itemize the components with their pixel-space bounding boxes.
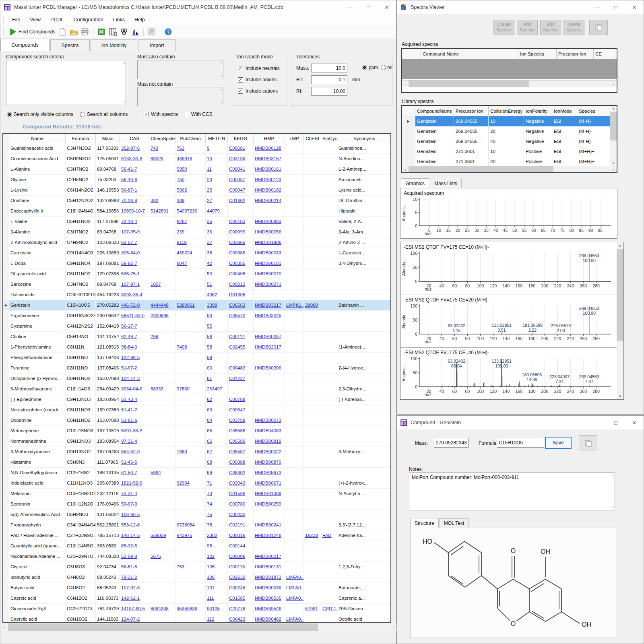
cell-link[interactable]: 6738084 (177, 522, 195, 527)
table-row[interactable]: HalcinonideC24H32ClFO5454.192233093-35-4… (3, 290, 390, 300)
cell-link[interactable]: 535-75-1 (121, 271, 140, 276)
table-row[interactable]: CarnosineC9H14N4O3226.10659305-84-043922… (3, 248, 390, 258)
cell-link[interactable]: C05570 (229, 313, 245, 318)
library-hscrollbar[interactable]: ‹ › (402, 166, 617, 173)
cell-link[interactable]: HMDB00217 (255, 554, 281, 559)
cell-link[interactable]: C05587 (229, 449, 245, 454)
cell-link[interactable]: 42 (207, 261, 212, 266)
cell-link[interactable]: HMDB01873 (255, 575, 281, 580)
hscroll-thumb[interactable] (8, 623, 318, 631)
table-row[interactable]: GlycineC2H5NO275.0320356-40-675020C00037… (3, 175, 390, 185)
cell-link[interactable]: C00246 (229, 585, 245, 590)
search-visible-columns-radio[interactable] (7, 112, 12, 117)
cell-link[interactable]: C20778 (229, 606, 245, 611)
cell-link[interactable]: 53 (207, 313, 212, 318)
add-spectra-button[interactable]: Add Spectra (517, 20, 538, 35)
mass-field[interactable] (434, 438, 469, 448)
cell-link[interactable]: 56-40-6 (121, 177, 137, 182)
cell-link[interactable]: HMDB01906 (255, 240, 281, 245)
cell-link[interactable]: 559059 (151, 533, 166, 538)
notes-input[interactable]: MolPort Compound number: MolPort-000-003… (409, 473, 615, 510)
cell-link[interactable]: 2302 (207, 533, 217, 538)
close-icon[interactable]: ✕ (378, 1, 396, 14)
delete-spectra-button[interactable]: Delete Spectra (564, 20, 584, 35)
cell-link[interactable]: 85-32-5 (121, 543, 137, 548)
cell-link[interactable]: HMDB03157 (255, 156, 281, 161)
table-row[interactable]: ProtoporphyrinC34H34N4O4562.25801553-12-… (3, 520, 390, 530)
cell-link[interactable]: HMDB02017 (255, 345, 281, 349)
library-spectra-table[interactable]: CompoundNamePrecursor IonCollisionEnergy… (401, 105, 617, 173)
cell-link[interactable]: LMFA0... (286, 585, 304, 590)
edit-species-button[interactable]: Edit Species (540, 20, 561, 35)
table-row[interactable]: SerotoninC10H12N2O176.0949650-67-974C007… (3, 499, 390, 510)
scroll-right-icon[interactable]: › (610, 80, 617, 87)
ri-tol-field[interactable] (311, 87, 347, 96)
cell-link[interactable]: HMDB00259 (255, 502, 281, 506)
cell-link[interactable]: HMDB00883 (255, 219, 281, 224)
scroll-left-icon[interactable]: ‹ (402, 80, 409, 87)
include-anions-checkbox[interactable] (238, 77, 243, 83)
scroll-down-icon[interactable]: ∨ (123, 100, 125, 103)
scroll-up-icon[interactable]: ∧ (123, 62, 125, 65)
cell-link[interactable]: C02043 (229, 481, 245, 485)
cell-link[interactable]: 352-97-6 (121, 146, 140, 151)
print-icon[interactable] (81, 28, 89, 36)
cell-link[interactable]: 75 (207, 512, 212, 517)
scroll-up-icon[interactable]: ∧ (610, 106, 617, 112)
cell-link[interactable]: C00581 (229, 146, 245, 151)
table-row[interactable]: 6-MethoxyflavanoneC16H14O3254.094293034-… (3, 384, 390, 394)
table-row[interactable]: OrnithineC5H12N2O2132.0898870-26-8380389… (3, 196, 390, 206)
cell-link[interactable]: 25 (207, 188, 212, 192)
minimize-icon[interactable]: — (588, 1, 607, 14)
cell-link[interactable]: 51-43-4 (121, 397, 137, 402)
table-row[interactable]: Guanidineacetic acidC3H7N3O2117.05383352… (3, 143, 390, 154)
vscroll-thumb[interactable] (617, 249, 623, 341)
cell-link[interactable]: 146-14-5 (121, 533, 140, 538)
find-compounds-button[interactable]: Find Compounds (7, 28, 55, 36)
open-file-icon[interactable] (70, 28, 78, 36)
cell-link[interactable]: C00047 (229, 188, 245, 192)
table-row[interactable]: GlycerolC3H8O392.0473456-81-5753105C0011… (3, 562, 390, 572)
cell-link[interactable]: C00116 (229, 564, 245, 569)
library-vscrollbar[interactable]: ∧ ∨ (610, 106, 617, 166)
cell-link[interactable]: C02191 (229, 522, 245, 527)
library-row[interactable]: Genistein271.060120PositiveESI(M+H)+ (402, 157, 617, 167)
cell-link[interactable]: 67 (207, 449, 212, 454)
cell-link[interactable]: 74 (207, 502, 212, 506)
must-also-input[interactable]: ∧ ∨ (137, 60, 223, 79)
cell-link[interactable]: 5280961 (177, 303, 195, 308)
table-row[interactable]: Butyric acidC4H8O288.05243107-92-6107C00… (3, 583, 390, 593)
cell-link[interactable]: HMDB03217 (255, 303, 281, 308)
cell-link[interactable]: 51 (207, 282, 212, 287)
tab-mass-lists[interactable]: Mass Lists (430, 179, 462, 188)
library-row[interactable]: Genistein269.0455520NegativeESI(M-H)- (402, 126, 617, 136)
cell-link[interactable]: 112 (207, 617, 214, 621)
scroll-left-icon[interactable]: ‹ (402, 166, 409, 173)
cell-link[interactable]: C02632 (229, 575, 245, 580)
cell-link[interactable]: 1669 (177, 449, 187, 454)
cell-link[interactable]: 5675 (151, 554, 161, 559)
cell-link[interactable]: 61-50-7 (121, 470, 137, 475)
hscroll-thumb[interactable] (409, 80, 529, 87)
cell-link[interactable]: 743 (151, 146, 158, 151)
hscroll-thumb[interactable] (409, 166, 553, 173)
cell-link[interactable]: 9 (207, 146, 209, 151)
new-file-icon[interactable] (58, 28, 66, 36)
menu-file[interactable]: File (7, 14, 25, 25)
structure-icon[interactable] (120, 28, 128, 36)
table-row[interactable]: Ginsenoside Rg3C42H72O13784.4972914197-6… (3, 604, 390, 614)
scroll-down-icon[interactable]: ∨ (610, 159, 617, 166)
cell-link[interactable]: C00099 (229, 229, 245, 234)
menu-configuration[interactable]: Configuration (68, 14, 108, 25)
cell-link[interactable]: 5142891 (151, 208, 169, 213)
cell-link[interactable]: HMDB00073 (255, 418, 281, 423)
cell-link[interactable]: 3093-35-4 (121, 292, 142, 297)
cell-link[interactable]: HMDB00214 (255, 198, 281, 203)
table-row[interactable]: MetanephrineC10H15NO3197.105195001-33-26… (3, 426, 390, 436)
table-row[interactable]: Guanidylic acid (guano...C10H14N5O...363… (3, 541, 390, 551)
minimize-icon[interactable]: — (341, 1, 359, 14)
scroll-right-icon[interactable]: › (390, 623, 397, 631)
cell-link[interactable]: 73-31-4 (121, 491, 137, 496)
table-row[interactable]: NormetanephrineC9H13NO3183.0895497-31-46… (3, 436, 390, 447)
formula-field[interactable] (497, 438, 544, 448)
